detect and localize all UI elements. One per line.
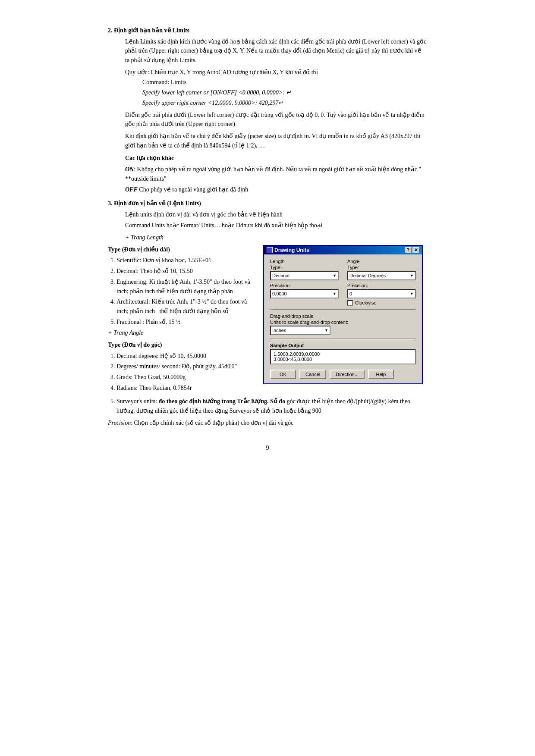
- section2-sub1-heading: Các lựa chọn khác: [125, 154, 427, 163]
- angle-precision-value: 0: [349, 291, 352, 296]
- section2-heading: 2. Định giới hạn bản vẽ Limits: [108, 26, 427, 35]
- length-label: Length: [270, 259, 339, 264]
- section2-on-para: ON: Không cho phép vẽ ra ngoài vùng giới…: [125, 165, 427, 183]
- dialog-help-btn[interactable]: ?: [405, 247, 412, 253]
- length-precision-label: Precision:: [270, 283, 339, 288]
- two-col-section: Type (Đơn vị chiều dài) Scientific: Đơn …: [108, 245, 427, 395]
- direction-button[interactable]: Direction...: [330, 370, 365, 379]
- clockwise-label: Clockwise: [355, 300, 377, 305]
- type-item-1: Scientific: Đơn vị khoa học, 1.55E+01: [116, 256, 255, 265]
- section2-p2: Quy ước: Chiều trục X, Y trong AutoCAD t…: [125, 68, 427, 77]
- type-heading: Type (Đơn vị chiều dài): [108, 245, 255, 254]
- angle-item-2: Degrees/ minutes/ second: Độ, phút giây,…: [116, 362, 255, 371]
- section2-off-label: OFF: [125, 186, 138, 193]
- angle-precision-label: Precision:: [347, 283, 416, 288]
- dialog-titlebar: Drawing Units ? ✕: [264, 246, 422, 254]
- section3-p1: Lệnh units định đơn vị dài và đơn vị góc…: [125, 210, 427, 220]
- section2-cmd-line2: Specify upper right corner <12.0000, 9.0…: [142, 98, 427, 108]
- drag-drop-label: Drag-and-drop scale: [270, 314, 416, 319]
- right-column: Drawing Units ? ✕ Length Type:: [263, 245, 427, 384]
- angle-item-5: Surveyor's units: đo theo góc định hướng…: [116, 397, 427, 415]
- length-type-select[interactable]: Decimal ▼: [270, 271, 339, 280]
- length-type-arrow: ▼: [333, 273, 337, 278]
- sample-line2: 3.0000<45,0.0000: [274, 357, 412, 362]
- length-type-value: Decimal: [272, 273, 290, 278]
- section2-cmd-line1: Specify lower left corner or [ON/OFF] <0…: [142, 88, 427, 97]
- dialog-body: Length Type: Decimal ▼ Precision: 0.0000…: [264, 254, 422, 383]
- angle-item-3: Grads: Theo Grad, 50.0000g: [116, 373, 255, 382]
- length-precision-value: 0.0000: [272, 291, 287, 296]
- angle-type-arrow: ▼: [410, 273, 414, 278]
- type-angle-heading: Type (Đơn vị đo góc): [108, 340, 255, 350]
- angle-col: Angle Type: Decimal Degrees ▼ Precision:…: [347, 259, 416, 306]
- section3-heading: 3. Định đơn vị bản vẽ (Lệnh Units): [108, 199, 427, 208]
- angle-precision-input[interactable]: 0 ▼: [347, 289, 416, 298]
- angle-item-5-list: Surveyor's units: đo theo góc định hướng…: [116, 397, 427, 415]
- type-list: Scientific: Đơn vị khoa học, 1.55E+01 De…: [116, 256, 255, 326]
- type-item-3: Engineering: Kĩ thuật hệ Anh, 1'-3.50" đ…: [116, 277, 255, 296]
- clockwise-row: Clockwise: [347, 300, 416, 306]
- section2-cmd-label: Command: Limits: [142, 78, 427, 87]
- sample-output: 1.5000,2.0039,0.0000 3.0000<45,0.0000: [270, 349, 416, 364]
- section3-p2: Command Units hoặc Format/ Units… hoặc D…: [125, 221, 427, 230]
- dialog-buttons: OK Cancel Direction... Help: [270, 368, 416, 379]
- sample-line1: 1.5000,2.0039,0.0000: [274, 351, 412, 357]
- dialog-close-btn[interactable]: ✕: [412, 247, 419, 253]
- angle-item-4: Radians: Theo Radian, 0.7854r: [116, 383, 255, 393]
- drag-drop-value: Inches: [272, 328, 286, 333]
- dialog-title: Drawing Units: [267, 247, 309, 253]
- left-column: Type (Đơn vị chiều dài) Scientific: Đơn …: [108, 245, 255, 395]
- drag-drop-arrow: ▼: [324, 328, 328, 333]
- help-button[interactable]: Help: [368, 370, 394, 379]
- section2-p1: Lệnh Limits xác định kích thước vùng đồ …: [125, 37, 427, 65]
- page: 2. Định giới hạn bản vẽ Limits Lệnh Limi…: [73, 0, 462, 756]
- precision-label: Precision: [108, 420, 131, 426]
- angle-label: Angle: [347, 259, 416, 264]
- length-angle-row: Length Type: Decimal ▼ Precision: 0.0000…: [270, 259, 416, 306]
- dialog-titlebar-icons: ? ✕: [405, 247, 419, 253]
- page-number: 9: [108, 445, 427, 452]
- type-angle-list: Decimal degrees: Hệ số 10, 45.0000 Degre…: [116, 351, 255, 393]
- section2-off-text: Cho phép vẽ ra ngoài vùng giới hạn đã đị…: [138, 186, 249, 193]
- type-item-4: Architectural: Kiến trúc Anh, 1"-3 ½" đo…: [116, 297, 255, 316]
- trang-angle: + Trang Angle: [108, 328, 255, 338]
- trang-length: + Trang Length: [125, 233, 427, 242]
- dialog-title-icon: [267, 247, 273, 253]
- type-item-5: Fractional : Phân số, 15 ½: [116, 317, 255, 327]
- angle-type-value: Decimal Degrees: [349, 273, 386, 278]
- section2-on-text: : Không cho phép vẽ ra ngoài vùng giới h…: [125, 166, 421, 182]
- dialog-divider1: [270, 309, 416, 310]
- angle-precision-arrow: ▼: [410, 292, 414, 296]
- length-precision-arrow: ▼: [333, 292, 337, 296]
- ok-button[interactable]: OK: [270, 370, 296, 379]
- precision-desc: : Chọn cấp chính xác (số các số thập phâ…: [131, 420, 293, 426]
- angle-type-label: Type:: [347, 265, 416, 270]
- precision-text: Precision: Chọn cấp chính xác (số các số…: [108, 418, 427, 428]
- section2-on-label: ON: [125, 166, 134, 173]
- drag-drop-select[interactable]: Inches ▼: [270, 326, 330, 335]
- length-col: Length Type: Decimal ▼ Precision: 0.0000…: [270, 259, 339, 306]
- cancel-button[interactable]: Cancel: [299, 370, 326, 379]
- sample-label: Sample Output: [270, 343, 416, 348]
- angle-item-1: Decimal degrees: Hệ số 10, 45.0000: [116, 351, 255, 361]
- length-precision-input[interactable]: 0.0000 ▼: [270, 289, 339, 298]
- section2-p3: Điểm gốc trái phía dưới (Lower left corn…: [125, 110, 427, 129]
- angle-item-5-bold: đo theo góc định hướng trong Trắc lượng.…: [158, 398, 285, 405]
- length-type-label: Type:: [270, 265, 339, 270]
- drag-drop-desc: Units to scale drag-and-drop content:: [270, 320, 416, 325]
- section2-off-para: OFF Cho phép vẽ ra ngoài vùng giới hạn đ…: [125, 185, 427, 194]
- type-item-2: Decimal: Theo hệ số 10, 15.50: [116, 267, 255, 276]
- dialog-divider2: [270, 339, 416, 339]
- section2-p4: Khi định giới hạn bản vẽ ta chú ý đến kh…: [125, 132, 427, 150]
- angle-type-select[interactable]: Decimal Degrees ▼: [347, 271, 416, 280]
- drawing-units-dialog[interactable]: Drawing Units ? ✕ Length Type:: [263, 245, 423, 384]
- clockwise-checkbox[interactable]: [347, 300, 353, 306]
